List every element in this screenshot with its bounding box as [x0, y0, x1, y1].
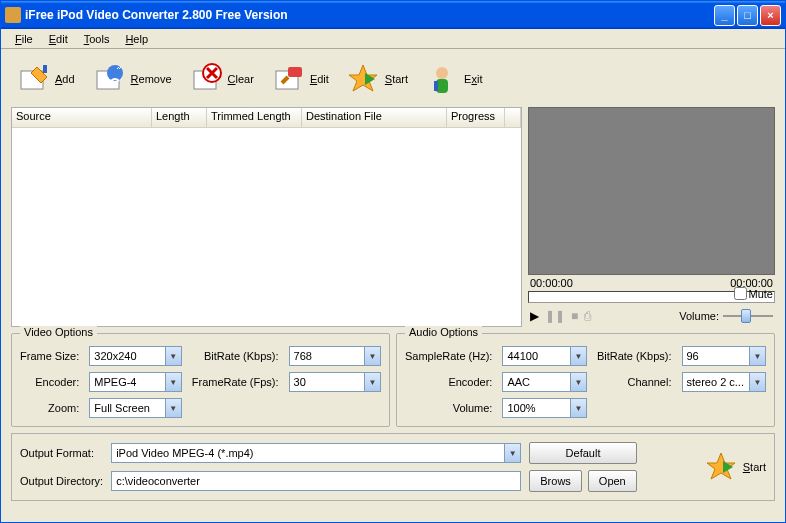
frame-size-combo[interactable]: 320x240▼ — [89, 346, 181, 366]
output-format-combo[interactable]: iPod Video MPEG-4 (*.mp4)▼ — [111, 443, 521, 463]
app-window: iFree iPod Video Converter 2.800 Free Ve… — [0, 0, 786, 523]
options-row: Video Options Frame Size: 320x240▼ BitRa… — [11, 333, 775, 427]
mute-checkbox[interactable] — [734, 287, 747, 300]
close-button[interactable]: × — [760, 5, 781, 26]
stop-button[interactable]: ■ — [571, 309, 578, 323]
output-dir-label: Output Directory: — [20, 475, 103, 487]
col-trimmed[interactable]: Trimmed Length — [207, 108, 302, 127]
mid-row: Source Length Trimmed Length Destination… — [11, 107, 775, 327]
maximize-button[interactable]: □ — [737, 5, 758, 26]
pause-button[interactable]: ❚❚ — [545, 309, 565, 323]
audio-volume-combo[interactable]: 100%▼ — [502, 398, 586, 418]
volume-control: Volume: — [679, 307, 773, 325]
list-header: Source Length Trimmed Length Destination… — [12, 108, 521, 128]
col-source[interactable]: Source — [12, 108, 152, 127]
col-spacer — [505, 108, 521, 127]
clear-icon — [190, 63, 222, 95]
menu-help[interactable]: Help — [117, 31, 156, 47]
audio-encoder-combo[interactable]: AAC▼ — [502, 372, 586, 392]
output-format-label: Output Format: — [20, 447, 103, 459]
snapshot-button[interactable]: ⎙ — [584, 309, 591, 323]
audio-bitrate-label: BitRate (Kbps): — [597, 350, 672, 362]
chevron-down-icon[interactable]: ▼ — [165, 399, 181, 417]
samplerate-label: SampleRate (Hz): — [405, 350, 492, 362]
chevron-down-icon[interactable]: ▼ — [570, 347, 586, 365]
svg-rect-10 — [434, 81, 438, 91]
channel-label: Channel: — [597, 376, 672, 388]
window-title: iFree iPod Video Converter 2.800 Free Ve… — [25, 8, 712, 22]
samplerate-combo[interactable]: 44100▼ — [502, 346, 586, 366]
edit-button[interactable]: Edit — [272, 63, 329, 95]
chevron-down-icon[interactable]: ▼ — [570, 373, 586, 391]
zoom-label: Zoom: — [20, 402, 79, 414]
chevron-down-icon[interactable]: ▼ — [364, 373, 380, 391]
list-body[interactable] — [12, 128, 521, 326]
open-button[interactable]: Open — [588, 470, 637, 492]
chevron-down-icon[interactable]: ▼ — [749, 347, 765, 365]
volume-slider[interactable] — [723, 307, 773, 325]
menubar: File Edit Tools Help — [1, 29, 785, 49]
svg-rect-1 — [43, 65, 47, 73]
channel-combo[interactable]: stereo 2 c...▼ — [682, 372, 767, 392]
remove-icon — [93, 63, 125, 95]
start-output-button[interactable]: Start — [705, 451, 766, 483]
play-button[interactable]: ▶ — [530, 309, 539, 323]
chevron-down-icon[interactable]: ▼ — [165, 347, 181, 365]
exit-icon — [426, 63, 458, 95]
framerate-combo[interactable]: 30▼ — [289, 372, 381, 392]
output-dir-input[interactable] — [111, 471, 521, 491]
exit-button[interactable]: Exit — [426, 63, 482, 95]
audio-bitrate-combo[interactable]: 96▼ — [682, 346, 767, 366]
playback-controls: ▶ ❚❚ ■ ⎙ Volume: — [528, 305, 775, 327]
preview-screen — [528, 107, 775, 275]
minimize-button[interactable]: _ — [714, 5, 735, 26]
brows-button[interactable]: Brows — [529, 470, 582, 492]
mute-wrap: Mute — [734, 287, 773, 300]
add-label: Add — [55, 73, 75, 85]
svg-point-8 — [436, 67, 448, 79]
chevron-down-icon[interactable]: ▼ — [364, 347, 380, 365]
start-button[interactable]: Start — [347, 63, 408, 95]
svg-rect-7 — [288, 67, 302, 77]
toolbar: Add Remove Clear Edit Start Exit — [11, 57, 775, 101]
default-button[interactable]: Default — [529, 442, 636, 464]
exit-label: Exit — [464, 73, 482, 85]
time-start: 00:00:00 — [530, 277, 573, 289]
volume-label: Volume: — [679, 310, 719, 322]
add-button[interactable]: Add — [17, 63, 75, 95]
audio-encoder-label: Encoder: — [405, 376, 492, 388]
col-length[interactable]: Length — [152, 108, 207, 127]
chevron-down-icon[interactable]: ▼ — [504, 444, 520, 462]
col-dest[interactable]: Destination File — [302, 108, 447, 127]
file-list[interactable]: Source Length Trimmed Length Destination… — [11, 107, 522, 327]
audio-volume-label: Volume: — [405, 402, 492, 414]
chevron-down-icon[interactable]: ▼ — [749, 373, 765, 391]
video-bitrate-combo[interactable]: 768▼ — [289, 346, 381, 366]
col-progress[interactable]: Progress — [447, 108, 505, 127]
video-encoder-label: Encoder: — [20, 376, 79, 388]
clear-button[interactable]: Clear — [190, 63, 254, 95]
video-options-title: Video Options — [20, 326, 97, 338]
video-options-group: Video Options Frame Size: 320x240▼ BitRa… — [11, 333, 390, 427]
content-area: Add Remove Clear Edit Start Exit — [1, 49, 785, 522]
titlebar: iFree iPod Video Converter 2.800 Free Ve… — [1, 1, 785, 29]
start-label: Start — [385, 73, 408, 85]
remove-label: Remove — [131, 73, 172, 85]
app-icon — [5, 7, 21, 23]
start-icon — [347, 63, 379, 95]
remove-button[interactable]: Remove — [93, 63, 172, 95]
edit-icon — [272, 63, 304, 95]
mute-label: Mute — [749, 288, 773, 300]
menu-edit[interactable]: Edit — [41, 31, 76, 47]
audio-options-group: Audio Options SampleRate (Hz): 44100▼ Bi… — [396, 333, 775, 427]
chevron-down-icon[interactable]: ▼ — [570, 399, 586, 417]
video-bitrate-label: BitRate (Kbps): — [192, 350, 279, 362]
start-output-label: Start — [743, 461, 766, 473]
chevron-down-icon[interactable]: ▼ — [165, 373, 181, 391]
zoom-combo[interactable]: Full Screen▼ — [89, 398, 181, 418]
edit-label: Edit — [310, 73, 329, 85]
video-encoder-combo[interactable]: MPEG-4▼ — [89, 372, 181, 392]
add-icon — [17, 63, 49, 95]
menu-file[interactable]: File — [7, 31, 41, 47]
menu-tools[interactable]: Tools — [76, 31, 118, 47]
